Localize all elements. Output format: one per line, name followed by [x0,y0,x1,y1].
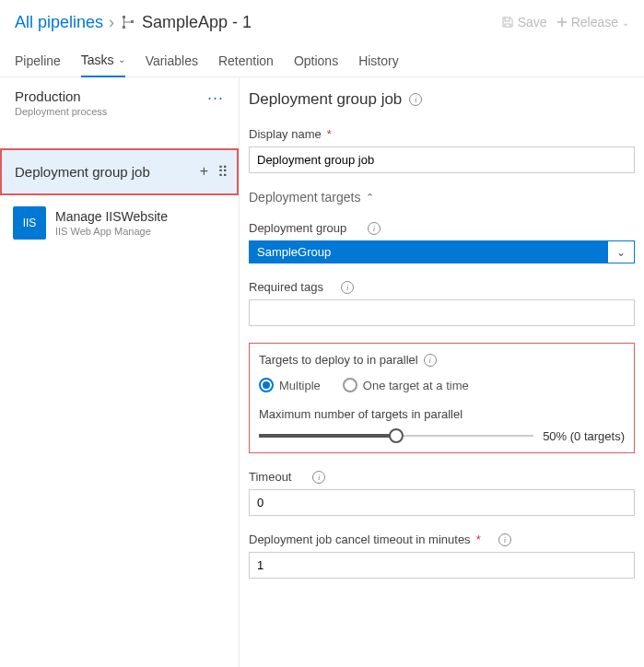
radio-one-at-a-time[interactable]: One target at a time [343,378,469,392]
job-row[interactable]: Deployment group job + ⠿ [0,148,239,195]
cancel-timeout-label: Deployment job cancel timeout in minutes… [249,532,635,546]
cancel-timeout-input[interactable] [249,552,635,579]
section-deployment-targets[interactable]: Deployment targets ⌃ [249,190,635,205]
info-icon[interactable]: i [424,354,437,367]
stage-more-button[interactable]: ··· [207,88,224,108]
deployment-group-select[interactable]: SampleGroup ⌄ [249,240,635,263]
task-row[interactable]: IIS Manage IISWebsite IIS Web App Manage [0,195,239,251]
timeout-label: Timeout i [249,470,635,484]
slider-value-label: 50% (0 targets) [543,429,625,443]
panel-title: Deployment group job i [249,90,635,109]
task-subtitle: IIS Web App Manage [55,226,168,237]
iis-icon: IIS [13,206,46,240]
tab-tasks[interactable]: Tasks⌄ [81,44,125,77]
required-tags-input[interactable] [249,299,635,326]
drag-handle-icon[interactable]: ⠿ [217,163,228,181]
deployment-group-label: Deployment group i [249,221,635,235]
chevron-down-icon: ⌄ [608,241,634,263]
info-icon[interactable]: i [312,471,325,484]
job-title: Deployment group job [15,164,150,180]
save-button[interactable]: Save [501,15,547,29]
chevron-up-icon: ⌃ [366,192,374,204]
tab-bar: Pipeline Tasks⌄ Variables Retention Opti… [0,44,644,77]
display-name-input[interactable] [249,146,635,173]
tab-variables[interactable]: Variables [146,44,198,77]
info-icon[interactable]: i [341,281,354,294]
chevron-down-icon: ⌄ [622,18,629,28]
svg-rect-2 [131,20,134,23]
tab-options[interactable]: Options [294,44,338,77]
page-title: SampleApp - 1 [142,13,252,32]
chevron-right-icon: › [109,13,114,32]
task-title: Manage IISWebsite [55,209,168,224]
info-icon[interactable]: i [498,533,511,546]
info-icon[interactable]: i [409,93,422,106]
max-targets-slider[interactable] [259,428,533,443]
timeout-input[interactable] [249,489,635,516]
display-name-label: Display name * [249,127,635,141]
breadcrumb: All pipelines › SampleApp - 1 [15,13,252,32]
stage-subtitle: Deployment process [15,106,107,117]
chevron-down-icon: ⌄ [118,54,125,64]
breadcrumb-root[interactable]: All pipelines [15,13,103,32]
info-icon[interactable]: i [368,222,381,235]
required-tags-label: Required tags i [249,280,635,294]
tab-pipeline[interactable]: Pipeline [15,44,61,77]
stage-title[interactable]: Production [15,88,107,104]
toolbar: Save Release ⌄ [501,15,629,29]
pipeline-icon [120,14,136,30]
parallel-targets-callout: Targets to deploy to in parallel i Multi… [249,343,635,453]
svg-rect-0 [123,16,125,18]
svg-rect-1 [123,26,125,29]
radio-multiple[interactable]: Multiple [259,378,321,392]
parallel-label: Targets to deploy to in parallel i [259,353,625,367]
add-task-button[interactable]: + [200,163,208,181]
tab-retention[interactable]: Retention [218,44,274,77]
tab-history[interactable]: History [358,44,399,77]
release-button[interactable]: Release ⌄ [556,15,629,29]
max-targets-label: Maximum number of targets in parallel [259,407,625,421]
